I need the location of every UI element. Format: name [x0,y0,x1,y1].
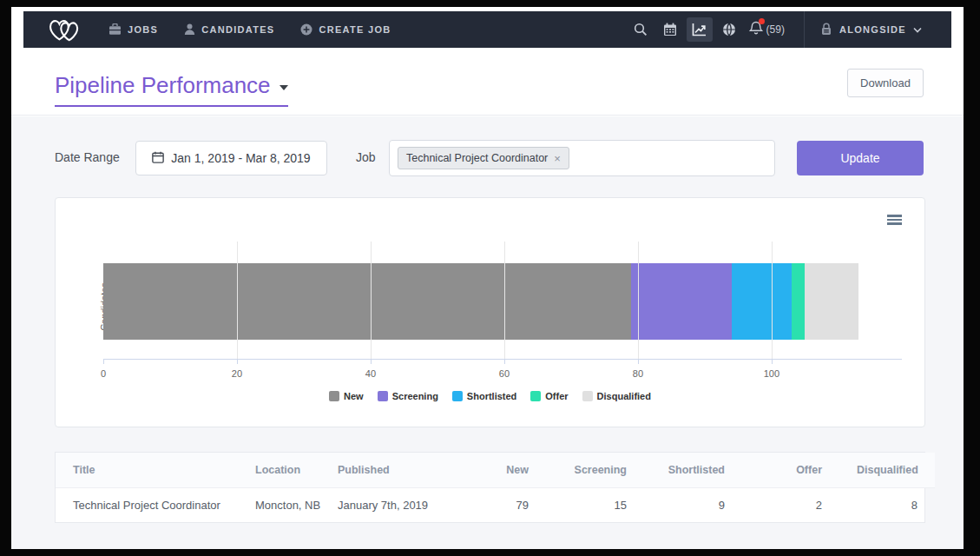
legend-swatch [530,391,541,401]
legend-swatch [452,391,463,401]
navbar-right: (59) ALONGSIDE [628,11,951,48]
date-range-label: Date Range [55,150,120,164]
account-label: ALONGSIDE [839,24,906,35]
tick-label: 100 [764,368,779,379]
nav-item-label: JOBS [128,24,158,35]
device-frame: JOBS CANDIDATES CREATE JOB [0,0,980,556]
legend-item-disqualified[interactable]: Disqualified [582,391,651,401]
legend-label: Shortlisted [467,391,516,401]
plot-area [103,242,902,359]
gridline [504,242,505,359]
table-body: Technical Project CoordinatorMoncton, NB… [56,487,935,522]
cell-screening: 15 [546,487,644,522]
column-header-new[interactable]: New [455,453,546,487]
column-header-shortlisted[interactable]: Shortlisted [644,453,742,487]
date-range-input[interactable]: Jan 1, 2019 - Mar 8, 2019 [135,141,327,175]
table-row[interactable]: Technical Project CoordinatorMoncton, NB… [56,487,935,522]
tick-label: 20 [232,368,242,379]
job-tag: Technical Project Coordinator × [398,147,569,169]
notification-count: (59) [766,23,785,36]
nav-item-jobs[interactable]: JOBS [109,23,158,36]
cell-offer: 2 [742,487,839,522]
page-header: Pipeline Performance Download [11,48,964,116]
gridline [638,242,639,359]
nav-item-candidates[interactable]: CANDIDATES [184,23,274,36]
notifications-button[interactable]: (59) [749,21,785,38]
person-icon [184,23,195,36]
navbar-divider [804,11,805,48]
legend-item-offer[interactable]: Offer [530,391,568,401]
legend-item-shortlisted[interactable]: Shortlisted [452,391,516,401]
chart-legend: NewScreeningShortlistedOfferDisqualified [56,391,924,401]
legend-item-new[interactable]: New [329,391,364,401]
column-header-location[interactable]: Location [238,453,320,487]
bar-segment-shortlisted[interactable] [732,263,792,340]
table-header: TitleLocationPublishedNewScreeningShortl… [56,453,935,487]
calendar-icon[interactable] [657,17,683,42]
column-header-published[interactable]: Published [320,453,455,487]
filter-row: Date Range Jan 1, 2019 - Mar 8, 2019 Job… [11,141,964,175]
account-menu[interactable]: ALONGSIDE [820,23,951,37]
bar-segment-screening[interactable] [631,263,731,340]
hamburger-menu-icon[interactable] [887,215,902,225]
column-header-screening[interactable]: Screening [546,453,644,487]
results-table: TitleLocationPublishedNewScreeningShortl… [56,453,935,522]
gridline [772,242,773,359]
briefcase-icon [109,23,122,36]
plus-circle-icon [300,23,312,36]
stacked-bar [103,263,858,340]
chart-icon[interactable] [687,17,713,42]
download-button[interactable]: Download [847,69,924,97]
cell-disqualified: 8 [839,487,935,522]
gridline [237,242,238,359]
results-table-card: TitleLocationPublishedNewScreeningShortl… [55,452,925,523]
legend-label: Disqualified [597,391,651,401]
chart-card: Candidates 020406080100 NewScreeningShor… [55,197,925,427]
legend-label: Screening [392,391,438,401]
cell-published: January 7th, 2019 [320,487,455,522]
navbar-left: JOBS CANDIDATES CREATE JOB [23,16,418,43]
tick-mark [772,360,773,364]
job-tag-label: Technical Project Coordinator [406,152,548,164]
nav-item-create-job[interactable]: CREATE JOB [300,23,391,36]
legend-label: Offer [545,391,568,401]
legend-swatch [378,391,388,401]
globe-icon[interactable] [716,17,742,42]
nav-item-label: CANDIDATES [201,24,274,35]
column-header-offer[interactable]: Offer [742,453,839,487]
tick-label: 0 [101,368,106,379]
top-navbar: JOBS CANDIDATES CREATE JOB [23,11,951,48]
cell-shortlisted: 9 [644,487,742,522]
cell-location: Moncton, NB [238,487,320,522]
bar-segment-offer[interactable] [792,263,805,340]
legend-label: New [344,391,364,401]
alongside-hearts-logo[interactable] [46,16,84,43]
column-header-disqualified[interactable]: Disqualified [839,453,935,487]
date-range-value: Jan 1, 2019 - Mar 8, 2019 [171,151,310,165]
caret-down-icon [280,85,288,90]
gridline [371,242,372,359]
tick-mark [103,360,104,364]
tick-mark [371,360,372,364]
job-label: Job [356,150,376,164]
close-icon[interactable]: × [554,153,561,164]
main-content: Date Range Jan 1, 2019 - Mar 8, 2019 Job… [11,116,964,549]
x-axis-line [103,359,902,360]
bar-segment-disqualified[interactable] [805,263,858,340]
bar-segment-new[interactable] [103,263,631,340]
tick-mark [504,360,505,364]
tick-label: 80 [633,368,643,379]
legend-item-screening[interactable]: Screening [378,391,438,401]
nav-item-label: CREATE JOB [319,24,391,35]
tick-mark [638,360,639,364]
cell-title: Technical Project Coordinator [56,487,238,522]
job-select-input[interactable]: Technical Project Coordinator × [389,140,775,176]
update-button[interactable]: Update [797,141,924,175]
page-title: Pipeline Performance [55,72,271,99]
report-selector[interactable]: Pipeline Performance [55,72,288,107]
legend-swatch [329,391,339,401]
account-lock-icon [820,23,832,37]
search-icon[interactable] [628,17,654,42]
chevron-down-icon [913,24,922,35]
column-header-title[interactable]: Title [56,453,238,487]
